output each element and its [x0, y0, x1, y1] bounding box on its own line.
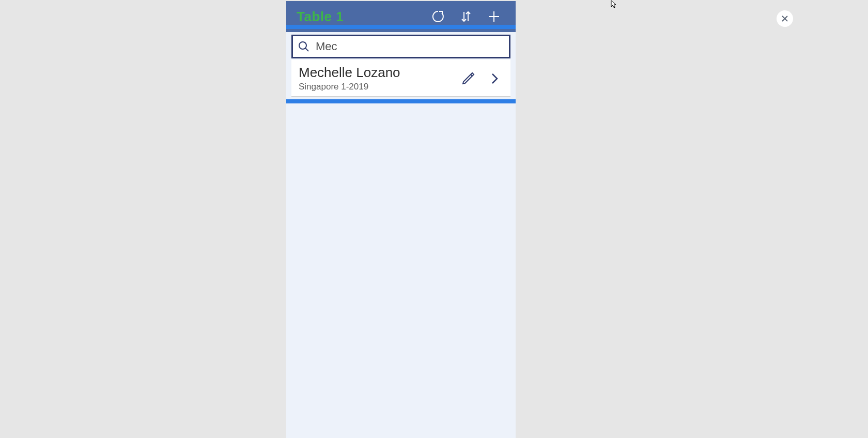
open-button[interactable] — [487, 70, 503, 87]
app-header: Table 1 — [286, 1, 516, 32]
result-name: Mechelle Lozano — [299, 65, 460, 81]
app-frame: Table 1 — [286, 1, 516, 438]
sort-button[interactable] — [455, 5, 477, 28]
svg-line-7 — [305, 48, 308, 51]
svg-line-8 — [471, 74, 472, 76]
refresh-button[interactable] — [427, 5, 450, 28]
refresh-icon — [431, 10, 445, 23]
result-subtitle: Singapore 1-2019 — [299, 82, 460, 92]
search-icon — [297, 40, 311, 53]
svg-point-6 — [299, 42, 306, 49]
edit-button[interactable] — [460, 70, 476, 87]
chevron-right-icon — [490, 71, 500, 86]
plus-icon — [487, 10, 501, 23]
result-actions — [460, 70, 503, 87]
app-title: Table 1 — [297, 9, 422, 25]
close-button[interactable] — [777, 10, 793, 27]
add-button[interactable] — [483, 5, 505, 28]
pencil-icon — [461, 71, 475, 86]
search-container[interactable] — [291, 35, 510, 58]
result-row[interactable]: Mechelle Lozano Singapore 1-2019 — [291, 59, 510, 97]
search-input[interactable] — [316, 40, 505, 53]
result-text-block: Mechelle Lozano Singapore 1-2019 — [299, 65, 460, 92]
close-icon — [781, 14, 789, 23]
sort-icon — [460, 10, 472, 23]
mouse-cursor — [611, 0, 618, 10]
